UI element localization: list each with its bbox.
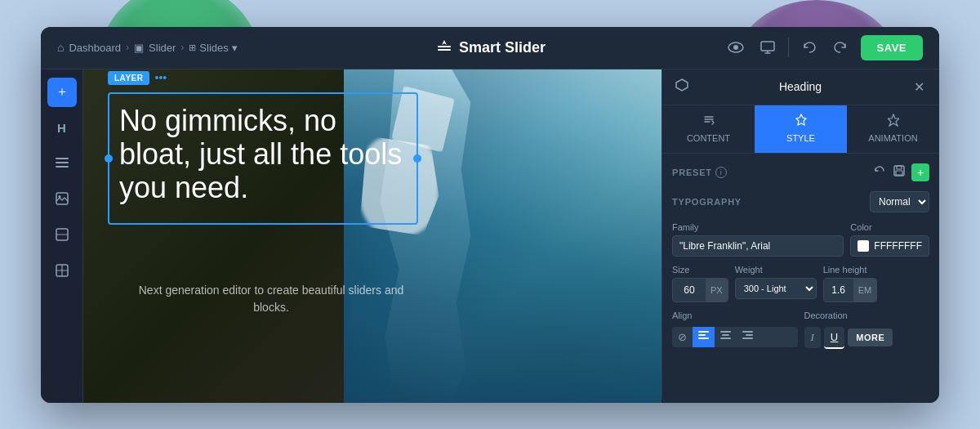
redo-btn[interactable]: [830, 38, 851, 57]
color-field: Color FFFFFFFF: [850, 222, 929, 257]
style-tab-icon: [795, 114, 808, 130]
app-logo: Smart Slider: [434, 38, 546, 57]
home-icon: ⌂: [57, 41, 64, 54]
app-container: ⌂ Dashboard › ▣ Slider › ⊞ Slides ▾ Smar…: [41, 27, 939, 403]
weight-field: Weight 300 - Light 400 - Normal 700 - Bo…: [735, 265, 817, 302]
layer-box: LAYER ••• No gimmicks, no bloat, just al…: [108, 92, 418, 225]
line-height-input[interactable]: [824, 280, 853, 300]
typography-row: TYPOGRAPHY Normal: [672, 191, 929, 212]
svg-rect-5: [56, 158, 69, 159]
content-tab-icon: [702, 114, 715, 130]
family-field: Family: [672, 222, 844, 257]
color-value: FFFFFFFF: [874, 240, 922, 252]
svg-rect-21: [698, 337, 709, 339]
svg-rect-26: [746, 334, 753, 336]
deco-italic-btn[interactable]: I: [804, 327, 821, 348]
layer-tag: LAYER •••: [108, 71, 167, 85]
breadcrumb-slides: ⊞ Slides ▾: [189, 42, 237, 54]
sidebar-grid-btn[interactable]: [47, 257, 77, 287]
top-bar: ⌂ Dashboard › ▣ Slider › ⊞ Slides ▾ Smar…: [41, 27, 939, 69]
preview-btn[interactable]: [724, 38, 747, 56]
logo-icon: [434, 38, 454, 57]
layer-options-btn[interactable]: •••: [154, 71, 167, 84]
size-input[interactable]: [673, 280, 706, 300]
more-btn[interactable]: MORE: [848, 328, 893, 346]
align-left-btn[interactable]: [693, 327, 715, 347]
tab-animation[interactable]: ANIMATION: [847, 105, 939, 153]
sidebar-row-btn[interactable]: [47, 221, 77, 251]
top-bar-right: SAVE: [724, 35, 923, 60]
layer-heading-text: No gimmicks, no bloat, just all the tool…: [119, 104, 407, 205]
svg-rect-25: [742, 331, 753, 333]
right-panel: Heading ✕ CONTENT: [662, 69, 939, 403]
preset-info-icon[interactable]: i: [715, 167, 727, 178]
tab-content[interactable]: CONTENT: [662, 105, 755, 153]
toolbar-divider: [788, 38, 789, 57]
preset-save-btn[interactable]: [892, 163, 906, 181]
svg-point-3: [733, 45, 738, 50]
layer-handle-left[interactable]: [105, 154, 113, 163]
weight-select[interactable]: 300 - Light 400 - Normal 700 - Bold: [735, 278, 817, 299]
svg-rect-1: [438, 49, 451, 51]
layer-badge: LAYER: [108, 71, 149, 85]
breadcrumb: ⌂ Dashboard › ▣ Slider › ⊞ Slides ▾: [57, 41, 238, 54]
slides-chevron[interactable]: ▾: [232, 42, 238, 54]
svg-rect-24: [720, 337, 731, 339]
svg-rect-23: [722, 334, 729, 336]
save-button[interactable]: SAVE: [861, 35, 923, 60]
family-color-group: Family Color FFFFFFFF: [672, 222, 929, 257]
color-input[interactable]: FFFFFFFF: [850, 235, 929, 257]
typography-label: TYPOGRAPHY: [672, 197, 742, 207]
preset-add-btn[interactable]: +: [911, 163, 929, 181]
svg-rect-7: [56, 166, 69, 168]
sidebar-add-btn[interactable]: ＋: [47, 78, 77, 107]
svg-rect-18: [896, 171, 902, 175]
svg-rect-20: [698, 334, 706, 336]
align-none-btn[interactable]: ⊘: [672, 327, 693, 347]
device-btn[interactable]: [757, 38, 778, 57]
preset-label: PRESET: [672, 168, 712, 177]
layer-subtext-container: Next generation editor to create beautif…: [124, 282, 418, 316]
sidebar-list-btn[interactable]: [47, 150, 77, 179]
add-icon: ＋: [56, 83, 69, 101]
sidebar-heading-btn[interactable]: H: [47, 114, 77, 143]
breadcrumb-dashboard[interactable]: Dashboard: [69, 42, 121, 54]
size-input-wrap: PX: [672, 278, 728, 302]
size-label: Size: [672, 265, 728, 275]
family-input[interactable]: [672, 235, 844, 257]
main-layout: ＋ H: [41, 69, 939, 403]
size-unit: PX: [706, 279, 728, 302]
panel-close-btn[interactable]: ✕: [912, 78, 926, 96]
row-icon: [56, 228, 69, 244]
heading-icon: H: [57, 121, 66, 135]
line-height-field: Line height EM: [823, 265, 878, 302]
layer-subtext: Next generation editor to create beautif…: [124, 282, 418, 316]
size-weight-lh-group: Size PX Weight 300 - Light 400 - Normal …: [672, 265, 929, 302]
breadcrumb-slider[interactable]: Slider: [149, 42, 176, 54]
weight-label: Weight: [735, 265, 817, 275]
svg-rect-0: [438, 46, 451, 47]
svg-rect-22: [720, 331, 731, 333]
grid-icon: [56, 264, 69, 280]
layer-handle-right[interactable]: [413, 154, 421, 163]
align-center-btn[interactable]: [715, 327, 737, 347]
list-icon: [56, 157, 69, 172]
undo-btn[interactable]: [799, 38, 820, 57]
deco-underline-btn[interactable]: U: [824, 327, 844, 349]
line-height-unit: EM: [853, 279, 877, 302]
align-section: Align ⊘: [672, 311, 798, 347]
slide-background: LAYER ••• No gimmicks, no bloat, just al…: [83, 69, 662, 403]
content-tab-label: CONTENT: [687, 133, 730, 143]
svg-rect-8: [56, 193, 68, 204]
preset-reset-btn[interactable]: [872, 163, 887, 181]
typography-state-select[interactable]: Normal: [870, 191, 929, 212]
panel-tabs: CONTENT STYLE ANIM: [662, 105, 939, 154]
tab-style[interactable]: STYLE: [755, 105, 847, 153]
breadcrumb-slider-icon: ▣: [134, 42, 144, 54]
decoration-label: Decoration: [804, 311, 930, 320]
deco-buttons-row: I U MORE: [804, 327, 930, 349]
color-swatch: [858, 240, 869, 252]
preset-row: PRESET i: [672, 163, 929, 181]
align-right-btn[interactable]: [737, 327, 759, 347]
sidebar-image-btn[interactable]: [47, 185, 77, 215]
